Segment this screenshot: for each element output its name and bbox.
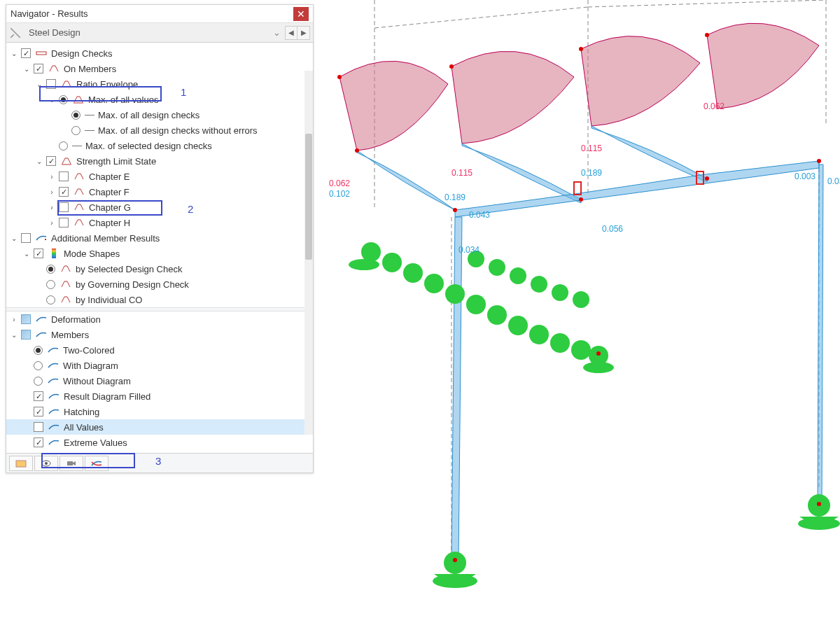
result-value-label: 0.034 [458, 245, 479, 255]
checkbox[interactable]: ✓ [21, 48, 31, 58]
node-max-all-design-noerr[interactable]: Max. of all design checks without errors [6, 122, 313, 138]
node-two-colored[interactable]: Two-Colored [6, 342, 313, 358]
radio[interactable] [59, 141, 68, 150]
svg-point-46 [817, 159, 821, 163]
expander-icon[interactable]: ⌄ [9, 233, 19, 243]
checkbox[interactable]: ✓ [59, 187, 69, 197]
result-value-label: 0.003 [794, 172, 816, 181]
beam-icon [48, 64, 60, 74]
svg-point-23 [466, 295, 486, 314]
node-max-selected[interactable]: Max. of selected design checks [6, 138, 313, 153]
checkbox[interactable]: ✓ [34, 64, 43, 74]
expander-icon[interactable]: ⌄ [22, 248, 31, 258]
node-chapter-g[interactable]: › Chapter G [6, 200, 313, 215]
expander-icon[interactable]: › [47, 202, 57, 212]
radio[interactable] [34, 346, 43, 355]
checkbox[interactable]: ✓ [34, 248, 43, 258]
radio[interactable] [46, 295, 55, 304]
line-icon [72, 146, 82, 146]
node-max-all-design[interactable]: Max. of all design checks [6, 107, 313, 122]
radio[interactable] [34, 377, 43, 386]
node-by-governing[interactable]: by Governing Design Check [6, 276, 313, 292]
node-mode-shapes[interactable]: ⌄ ✓ Mode Shapes [6, 246, 313, 261]
node-hatching[interactable]: ✓ Hatching [6, 404, 313, 419]
radio[interactable] [34, 361, 43, 370]
module-icon [9, 27, 22, 39]
checkbox[interactable] [59, 172, 69, 181]
node-chapter-f[interactable]: › ✓ Chapter F [6, 184, 313, 200]
prev-module-button[interactable]: ◀ [285, 26, 298, 40]
svg-point-18 [361, 242, 381, 262]
node-label: Without Diagram [62, 376, 131, 386]
result-value-label: 0.115 [451, 168, 472, 178]
tab-results[interactable] [85, 456, 108, 471]
checkbox[interactable] [34, 422, 43, 432]
expander-icon[interactable]: ⌄ [9, 330, 19, 340]
node-by-individual[interactable]: by Individual CO [6, 292, 313, 307]
expander-icon[interactable]: ⌄ [34, 79, 44, 89]
module-dropdown[interactable]: Steel Design ⌄ [24, 27, 285, 38]
checkbox[interactable]: ✓ [34, 407, 43, 416]
svg-point-48 [449, 64, 454, 69]
checkbox[interactable] [21, 233, 31, 243]
checkbox[interactable] [59, 202, 69, 212]
swoosh-icon [35, 314, 48, 324]
node-ratio-envelope[interactable]: ⌄ Ratio Envelope [6, 76, 313, 92]
next-module-button[interactable]: ▶ [298, 26, 310, 40]
close-button[interactable]: ✕ [293, 7, 309, 21]
node-label: Chapter F [88, 187, 130, 197]
node-without-diagram[interactable]: Without Diagram [6, 373, 313, 388]
expander-icon[interactable]: ⌄ [22, 64, 31, 74]
expander-icon[interactable]: ⌄ [47, 94, 57, 104]
bottom-tabs [6, 453, 313, 472]
beam-icon [60, 79, 73, 89]
tab-1[interactable] [9, 456, 33, 471]
radio[interactable] [46, 265, 55, 274]
svg-point-22 [445, 284, 465, 304]
node-all-values[interactable]: All Values [6, 419, 313, 435]
node-on-members[interactable]: ⌄ ✓ On Members [6, 61, 313, 76]
results-tree[interactable]: ⌄ ✓ Design Checks ⌄ ✓ On Members ⌄ Ratio… [6, 43, 313, 453]
checkbox[interactable] [59, 218, 69, 227]
checkbox[interactable]: ✓ [34, 438, 43, 447]
node-label: by Individual CO [74, 295, 142, 305]
expander-icon[interactable]: ⌄ [34, 156, 44, 166]
checkbox[interactable] [46, 79, 56, 89]
swoosh-icon [48, 407, 60, 416]
radio[interactable] [71, 126, 80, 135]
checkbox[interactable]: ✓ [46, 156, 56, 166]
node-strength-limit[interactable]: ⌄ ✓ Strength Limit State [6, 153, 313, 169]
node-chapter-e[interactable]: › Chapter E [6, 169, 313, 184]
tab-camera[interactable] [59, 456, 83, 471]
rainbow-icon [48, 248, 60, 258]
titlebar: Navigator - Results ✕ [6, 5, 313, 23]
expander-icon[interactable]: › [9, 314, 19, 324]
result-value-label: 0.115 [581, 144, 602, 153]
checkbox[interactable] [21, 314, 31, 324]
node-label: On Members [62, 64, 116, 74]
expander-icon[interactable]: › [47, 218, 57, 227]
node-by-selected[interactable]: by Selected Design Check [6, 261, 313, 276]
node-deformation[interactable]: › Deformation [6, 312, 313, 327]
node-members[interactable]: ⌄ Members [6, 327, 313, 342]
node-max-all-values[interactable]: ⌄ Max. of all values [6, 92, 313, 107]
radio[interactable] [71, 111, 80, 120]
node-extreme-values[interactable]: ✓ Extreme Values [6, 435, 313, 450]
node-additional-member-results[interactable]: ⌄ Additional Member Results [6, 230, 313, 246]
expander-icon[interactable]: ⌄ [9, 48, 19, 58]
svg-rect-0 [36, 52, 46, 55]
model-viewport[interactable]: 0.0620.1020.1150.1890.0430.0340.1150.189… [315, 0, 840, 630]
checkbox[interactable]: ✓ [34, 391, 43, 401]
radio[interactable] [46, 280, 55, 289]
node-with-diagram[interactable]: With Diagram [6, 358, 313, 373]
node-design-checks[interactable]: ⌄ ✓ Design Checks [6, 46, 313, 61]
radio[interactable] [59, 95, 68, 104]
node-chapter-h[interactable]: › Chapter H [6, 215, 313, 230]
tab-views[interactable] [34, 456, 58, 471]
expander-icon[interactable]: › [47, 172, 57, 181]
checkbox[interactable] [21, 330, 31, 340]
node-result-diagram-filled[interactable]: ✓ Result Diagram Filled [6, 388, 313, 404]
expander-icon[interactable]: › [47, 187, 57, 197]
tree-scrollbar[interactable] [304, 71, 313, 435]
beam-icon [73, 218, 85, 227]
